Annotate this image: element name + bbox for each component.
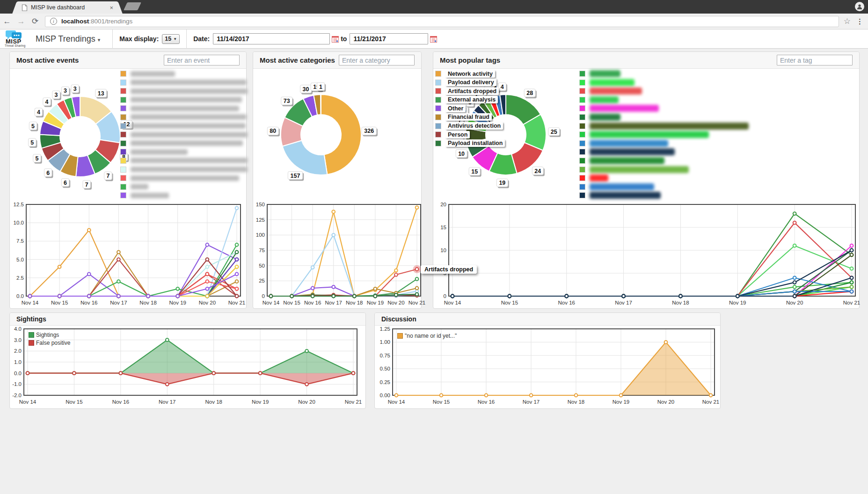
misp-logo[interactable]: MISP Threat Sharing <box>5 30 29 48</box>
redacted-label <box>131 149 188 155</box>
svg-text:75: 75 <box>259 247 265 253</box>
legend-swatch <box>120 105 126 111</box>
event-search-input[interactable] <box>164 55 240 65</box>
divider <box>112 29 113 49</box>
redacted-tag-pill <box>590 174 608 182</box>
redacted-tag-pill <box>590 70 620 77</box>
legend-item <box>120 149 248 155</box>
legend-item: Antivirus detection <box>435 123 505 129</box>
svg-text:Nov 21: Nov 21 <box>345 399 362 405</box>
back-icon[interactable]: ← <box>0 17 14 26</box>
date-from-input[interactable] <box>213 33 330 44</box>
svg-text:0.75: 0.75 <box>380 353 390 358</box>
url-bar[interactable]: i localhost:8001/trendings <box>45 16 839 27</box>
legend-swatch <box>397 333 403 339</box>
svg-text:5: 5 <box>36 155 39 162</box>
date-to-label: to <box>341 35 347 43</box>
svg-text:Nov 16: Nov 16 <box>112 399 129 405</box>
svg-text:4: 4 <box>37 109 40 116</box>
legend-swatch <box>435 105 441 111</box>
svg-text:Nov 15: Nov 15 <box>51 300 68 305</box>
legend-swatch <box>579 114 585 120</box>
legend-swatch <box>120 184 126 190</box>
legend-swatch <box>579 105 585 111</box>
date-label: Date: <box>193 35 210 43</box>
chart-tooltip: Artifacts dropped <box>421 265 477 274</box>
reload-icon[interactable]: ⟳ <box>28 16 42 26</box>
date-to-input[interactable] <box>350 33 428 44</box>
legend-item <box>120 167 248 173</box>
svg-text:15: 15 <box>471 168 478 175</box>
redacted-label <box>131 193 169 198</box>
legend-swatch <box>579 167 585 173</box>
svg-text:Nov 15: Nov 15 <box>433 399 450 405</box>
legend-label: Payload installation <box>445 139 505 147</box>
svg-text:Nov 18: Nov 18 <box>568 399 584 405</box>
tags-line-chart: Nov 14Nov 15Nov 16Nov 17Nov 18Nov 19Nov … <box>433 201 860 309</box>
panel-header: Discussion <box>375 313 720 326</box>
chevron-down-icon: ▼ <box>173 37 177 41</box>
nav-title-dropdown[interactable]: MISP Trendings ▾ <box>36 34 100 44</box>
svg-text:2.5: 2.5 <box>16 275 24 281</box>
svg-text:150: 150 <box>256 202 265 207</box>
forward-icon[interactable]: → <box>14 17 28 26</box>
legend-label: Financial fraud <box>445 113 492 121</box>
legend-swatch <box>120 167 126 173</box>
legend-item: Person <box>435 131 505 138</box>
brand-subtitle: Threat Sharing <box>5 44 25 47</box>
svg-text:0.00: 0.00 <box>380 392 390 398</box>
svg-text:2.0: 2.0 <box>14 348 22 354</box>
url-host: localhost <box>61 18 89 25</box>
svg-text:157: 157 <box>291 173 300 179</box>
legend-swatch <box>120 175 126 181</box>
svg-text:Nov 19: Nov 19 <box>252 399 269 405</box>
browser-tab[interactable]: MISP live dashboard × <box>18 1 117 14</box>
svg-text:Nov 21: Nov 21 <box>408 300 425 305</box>
legend-label: False positive <box>36 340 70 346</box>
svg-text:1.0: 1.0 <box>14 359 22 365</box>
max-display-label: Max display: <box>119 35 159 43</box>
bookmark-star-icon[interactable]: ☆ <box>844 16 851 26</box>
legend-item <box>120 175 248 181</box>
svg-text:20: 20 <box>440 202 446 207</box>
svg-text:3: 3 <box>55 92 58 98</box>
redacted-tag-pill <box>590 183 654 190</box>
panel-most-active-events: Most active events 13128776655544333 Nov… <box>9 51 247 309</box>
legend-item <box>579 123 749 129</box>
site-info-icon[interactable]: i <box>50 18 57 25</box>
calendar-icon[interactable] <box>430 36 437 43</box>
max-display-select[interactable]: 15▼ <box>162 34 180 44</box>
browser-menu-icon[interactable]: ⋮ <box>856 17 863 26</box>
redacted-tag-pill <box>590 192 661 199</box>
panel-title: Discussion <box>381 315 416 323</box>
redacted-label <box>131 123 246 129</box>
legend-label: External analysis <box>445 96 498 103</box>
legend-item <box>579 184 749 190</box>
legend-swatch <box>435 123 441 129</box>
tag-search-input[interactable] <box>777 55 853 65</box>
new-tab-button[interactable] <box>124 2 141 10</box>
legend-item <box>579 105 749 111</box>
legend-swatch <box>435 71 441 77</box>
category-search-input[interactable] <box>339 55 415 65</box>
legend-swatch <box>579 80 585 86</box>
legend-item <box>579 149 749 155</box>
calendar-icon[interactable] <box>332 36 339 43</box>
svg-text:0.0: 0.0 <box>16 293 24 299</box>
panel-sightings: Sightings SightingsFalse positive Nov 14… <box>9 312 366 409</box>
legend-item: Sightings <box>29 332 70 338</box>
svg-text:Nov 17: Nov 17 <box>159 399 175 405</box>
tab-close-icon[interactable]: × <box>109 4 113 11</box>
legend-item <box>120 123 248 129</box>
svg-text:Nov 19: Nov 19 <box>169 300 186 305</box>
legend-item: Network activity <box>435 71 505 77</box>
svg-text:3: 3 <box>64 87 67 94</box>
svg-text:12.5: 12.5 <box>14 202 24 207</box>
svg-text:Nov 14: Nov 14 <box>388 399 405 405</box>
browser-avatar-icon[interactable] <box>855 2 864 11</box>
redacted-label <box>131 132 248 138</box>
legend-item <box>120 114 248 120</box>
svg-text:4: 4 <box>45 99 49 105</box>
redacted-label <box>131 80 247 85</box>
browser-tab-bar: MISP live dashboard × <box>0 0 868 14</box>
